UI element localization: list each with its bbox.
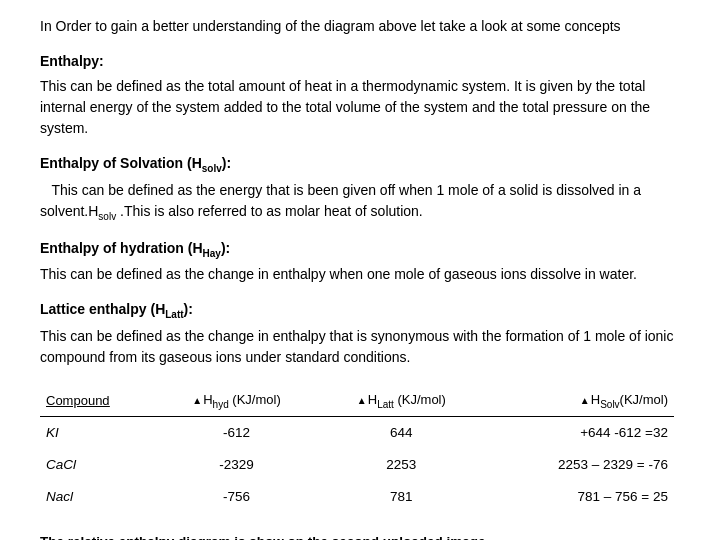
solv-nacl: 781 – 756 = 25 bbox=[484, 481, 674, 513]
enthalpy-body: This can be defined as the total amount … bbox=[40, 76, 674, 139]
compound-ki: KI bbox=[40, 416, 154, 449]
enthalpy-title: Enthalpy: bbox=[40, 51, 674, 72]
intro-text: In Order to gain a better understanding … bbox=[40, 16, 674, 37]
latt-cacl: 2253 bbox=[319, 449, 484, 481]
header-solv: ▲HSolv(KJ/mol) bbox=[484, 386, 674, 416]
lattice-enthalpy-body: This can be defined as the change in ent… bbox=[40, 326, 674, 368]
header-latt: ▲HLatt (KJ/mol) bbox=[319, 386, 484, 416]
latt-ki: 644 bbox=[319, 416, 484, 449]
table-row: Nacl -756 781 781 – 756 = 25 bbox=[40, 481, 674, 513]
solv-cacl: 2253 – 2329 = -76 bbox=[484, 449, 674, 481]
compound-cacl: CaCl bbox=[40, 449, 154, 481]
table-row: CaCl -2329 2253 2253 – 2329 = -76 bbox=[40, 449, 674, 481]
header-compound: Compound bbox=[40, 386, 154, 416]
compound-nacl: Nacl bbox=[40, 481, 154, 513]
enthalpy-hydration-body: This can be defined as the change in ent… bbox=[40, 264, 674, 285]
latt-nacl: 781 bbox=[319, 481, 484, 513]
header-hyd: ▲Hhyd (KJ/mol) bbox=[154, 386, 319, 416]
table-row: KI -612 644 +644 -612 =32 bbox=[40, 416, 674, 449]
hyd-ki: -612 bbox=[154, 416, 319, 449]
solv-ki: +644 -612 =32 bbox=[484, 416, 674, 449]
footer-note: The relative enthalpy diagram is show on… bbox=[40, 532, 674, 540]
enthalpy-hydration-title: Enthalpy of hydration (HHay): bbox=[40, 238, 674, 261]
lattice-enthalpy-title: Lattice enthalpy (HLatt): bbox=[40, 299, 674, 322]
enthalpy-solvation-body: This can be defined as the energy that i… bbox=[40, 180, 674, 224]
hyd-nacl: -756 bbox=[154, 481, 319, 513]
enthalpy-solvation-title: Enthalpy of Solvation (Hsolv): bbox=[40, 153, 674, 176]
hyd-cacl: -2329 bbox=[154, 449, 319, 481]
enthalpy-table: Compound ▲Hhyd (KJ/mol) ▲HLatt (KJ/mol) … bbox=[40, 386, 674, 513]
